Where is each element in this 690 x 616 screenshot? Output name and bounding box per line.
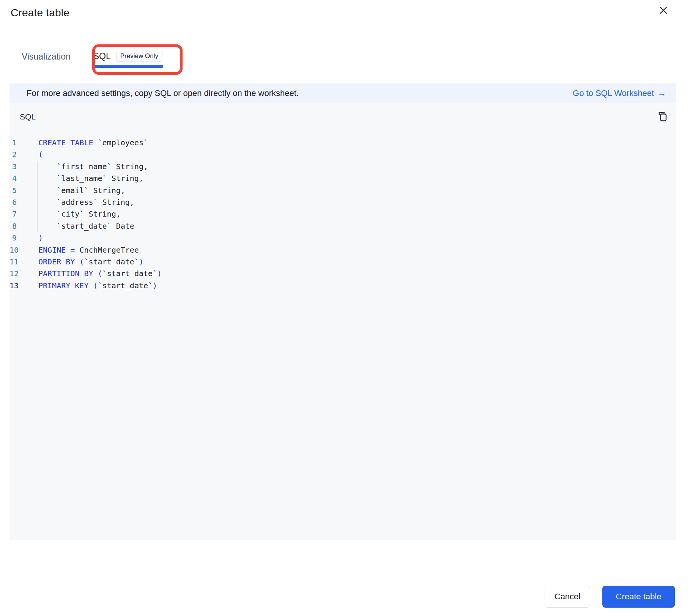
line-number: 6 bbox=[9, 196, 17, 208]
active-tab-underline bbox=[93, 65, 163, 68]
line-number: 10 bbox=[9, 244, 17, 256]
code-text: `city` String, bbox=[17, 208, 121, 220]
indent-guide-line bbox=[37, 161, 38, 232]
line-number: 13 bbox=[9, 280, 17, 292]
code-text: ENGINE = CnchMergeTree bbox=[17, 244, 139, 256]
line-number: 1 bbox=[9, 137, 17, 149]
line-number: 8 bbox=[9, 220, 17, 232]
info-banner: For more advanced settings, copy SQL or … bbox=[9, 83, 676, 103]
code-text: PARTITION BY (`start_date`) bbox=[17, 268, 162, 280]
code-line: 1CREATE TABLE `employees` bbox=[9, 137, 676, 149]
tab-sql[interactable]: SQL Preview Only bbox=[93, 51, 162, 62]
dialog-footer: Cancel Create table bbox=[0, 573, 690, 616]
code-text: ) bbox=[17, 232, 43, 244]
code-line: 6 `address` String, bbox=[9, 196, 676, 208]
code-line: 9) bbox=[9, 232, 676, 244]
code-line: 5 `email` String, bbox=[9, 185, 676, 196]
code-lines: 1CREATE TABLE `employees`2(3 `first_name… bbox=[9, 137, 676, 292]
code-text: `email` String, bbox=[17, 185, 125, 196]
sql-preview-panel: SQL 1CREATE TABLE `employees`2(3 `first_… bbox=[9, 103, 676, 540]
code-line: 7 `city` String, bbox=[9, 208, 676, 220]
close-button[interactable] bbox=[657, 4, 670, 17]
sql-code-editor[interactable]: 1CREATE TABLE `employees`2(3 `first_name… bbox=[9, 137, 676, 292]
tab-visualization[interactable]: Visualization bbox=[22, 52, 71, 62]
banner-message: For more advanced settings, copy SQL or … bbox=[27, 88, 299, 98]
code-text: `address` String, bbox=[17, 196, 134, 208]
copy-icon bbox=[658, 111, 668, 123]
code-text: ORDER BY (`start_date`) bbox=[17, 256, 143, 268]
sql-panel-header: SQL bbox=[9, 103, 676, 127]
code-line: 13PRIMARY KEY (`start_date`) bbox=[9, 280, 676, 292]
code-text: ( bbox=[17, 149, 43, 160]
cancel-button[interactable]: Cancel bbox=[545, 586, 590, 608]
create-table-button[interactable]: Create table bbox=[602, 586, 675, 608]
tab-strip: Visualization SQL Preview Only bbox=[0, 29, 690, 71]
code-text: `start_date` Date bbox=[17, 220, 134, 232]
go-to-sql-worksheet-link[interactable]: Go to SQL Worksheet → bbox=[573, 88, 666, 98]
code-line: 3 `first_name` String, bbox=[9, 161, 676, 173]
line-number: 11 bbox=[9, 256, 17, 268]
line-number: 2 bbox=[9, 149, 17, 160]
code-line: 2( bbox=[9, 149, 676, 160]
line-number: 7 bbox=[9, 208, 17, 220]
copy-sql-button[interactable] bbox=[657, 110, 668, 123]
code-line: 4 `last_name` String, bbox=[9, 173, 676, 184]
code-line: 8 `start_date` Date bbox=[9, 220, 676, 232]
go-to-sql-worksheet-label: Go to SQL Worksheet bbox=[573, 88, 654, 98]
code-text: `first_name` String, bbox=[17, 161, 148, 173]
line-number: 5 bbox=[9, 185, 17, 196]
dialog-title: Create table bbox=[11, 7, 69, 19]
line-number: 3 bbox=[9, 161, 17, 173]
code-text: CREATE TABLE `employees` bbox=[17, 137, 148, 149]
code-line: 10ENGINE = CnchMergeTree bbox=[9, 244, 676, 256]
tab-sql-label: SQL bbox=[93, 51, 111, 61]
preview-only-badge: Preview Only bbox=[116, 51, 162, 62]
dialog-header: Create table bbox=[0, 0, 690, 29]
code-line: 12PARTITION BY (`start_date`) bbox=[9, 268, 676, 280]
close-icon bbox=[659, 6, 669, 15]
line-number: 9 bbox=[9, 232, 17, 244]
code-line: 11ORDER BY (`start_date`) bbox=[9, 256, 676, 268]
code-text: PRIMARY KEY (`start_date`) bbox=[17, 280, 157, 292]
sql-panel-label: SQL bbox=[20, 112, 36, 121]
line-number: 4 bbox=[9, 173, 17, 184]
line-number: 12 bbox=[9, 268, 17, 280]
arrow-right-icon: → bbox=[658, 88, 666, 98]
code-text: `last_name` String, bbox=[17, 173, 143, 184]
